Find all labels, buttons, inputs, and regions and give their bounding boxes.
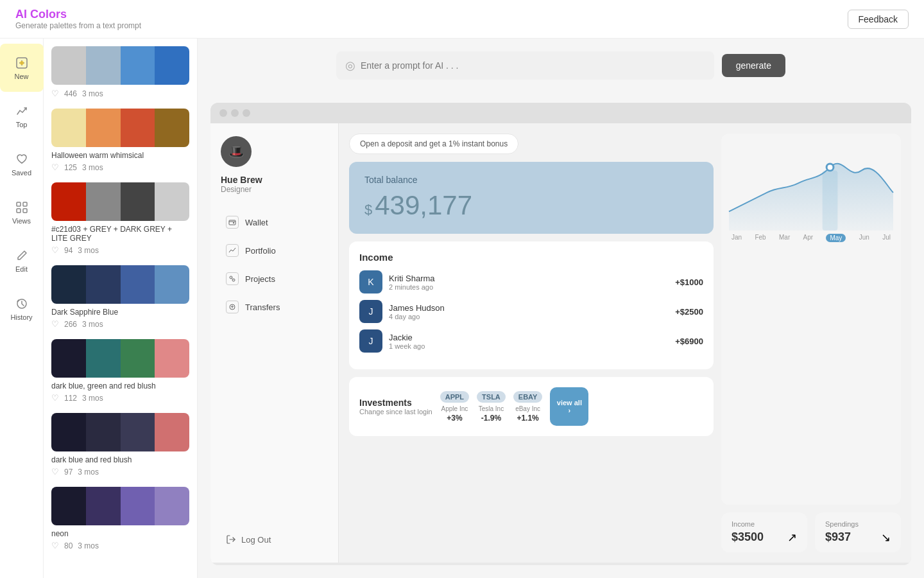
income-info-2: James Hudson 4 day ago — [389, 303, 669, 320]
logout-button[interactable]: Log Out — [221, 529, 328, 550]
transfers-label: Transfers — [245, 302, 280, 312]
palette-meta: ♡ 266 3 mos — [51, 319, 189, 329]
spendings-value: $937 — [825, 530, 851, 543]
palette-swatches — [51, 109, 189, 147]
view-all-button[interactable]: view all › — [550, 387, 588, 426]
month-jul: Jul — [882, 234, 891, 242]
palette-swatches — [51, 339, 189, 378]
palette-swatches — [51, 46, 189, 85]
chevron-right-icon: › — [569, 407, 571, 414]
list-item[interactable]: Dark Sapphire Blue ♡ 266 3 mos — [51, 265, 189, 329]
income-name: Kriti Sharma — [389, 274, 669, 283]
ai-icon: ◎ — [345, 58, 355, 73]
palette-name: #c21d03 + GREY + DARK GREY + LITE GREY — [51, 225, 189, 243]
prompt-input-wrap[interactable]: ◎ — [336, 51, 714, 80]
svg-point-3 — [20, 61, 24, 65]
avatar: 🎩 — [221, 136, 252, 167]
list-item[interactable]: ♡ 446 3 mos — [51, 46, 189, 98]
list-item[interactable]: neon ♡ 80 3 mos — [51, 487, 189, 550]
window-dot-red — [219, 109, 227, 117]
history-icon — [15, 297, 29, 311]
palette-sidebar: ♡ 446 3 mos Halloween warm whimsical ♡ 1… — [44, 39, 198, 578]
palette-name: neon — [51, 529, 189, 538]
swatch — [121, 487, 155, 525]
income-item: J James Hudson 4 day ago +$2500 — [359, 300, 703, 323]
sidebar-item-new[interactable]: New — [0, 44, 44, 92]
nav-item-portfolio[interactable]: Portfolio — [221, 238, 328, 263]
feedback-button[interactable]: Feedback — [848, 10, 909, 29]
chart-dot-inner — [828, 165, 833, 170]
list-item[interactable]: #c21d03 + GREY + DARK GREY + LITE GREY ♡… — [51, 182, 189, 255]
swatch — [155, 46, 189, 85]
income-item: J Jackie 1 week ago +$6900 — [359, 329, 703, 353]
palette-time: 3 mos — [82, 163, 103, 172]
swatch — [155, 487, 189, 525]
month-jun: Jun — [859, 234, 869, 242]
palette-time: 3 mos — [82, 89, 103, 98]
palette-meta: ♡ 125 3 mos — [51, 162, 189, 172]
nav-item-wallet[interactable]: Wallet — [221, 209, 328, 235]
sidebar-item-saved-label: Saved — [12, 169, 31, 177]
app-right-col: Jan Feb Mar Apr May Jun Jul — [721, 134, 901, 552]
stats-row: Income $3500 ↗ Spendings $937 ↘ — [721, 512, 901, 552]
swatch — [51, 46, 86, 85]
sidebar-item-saved[interactable]: Saved — [0, 140, 44, 188]
window-body: 🎩 Hue Brew Designer Wallet Portfolio — [210, 123, 911, 563]
prompt-bar: ◎ generate — [336, 51, 785, 80]
wallet-icon — [226, 216, 239, 229]
palette-swatches — [51, 265, 189, 304]
palette-swatches — [51, 182, 189, 221]
palette-swatches — [51, 487, 189, 525]
chart-months: Jan Feb Mar Apr May Jun Jul — [729, 234, 893, 242]
list-item[interactable]: dark blue, green and red blush ♡ 112 3 m… — [51, 339, 189, 403]
views-icon — [15, 200, 29, 215]
sidebar-item-top[interactable]: Top — [0, 92, 44, 140]
palette-likes: 125 — [64, 163, 77, 172]
transfers-icon — [226, 301, 239, 313]
window-dot-green — [243, 109, 250, 117]
prompt-input[interactable] — [361, 60, 705, 71]
list-item[interactable]: dark blue and red blush ♡ 97 3 mos — [51, 413, 189, 477]
spendings-stat-card: Spendings $937 ↘ — [815, 512, 901, 552]
palette-meta: ♡ 97 3 mos — [51, 467, 189, 477]
month-apr: Apr — [803, 234, 814, 242]
income-name: Jackie — [389, 333, 669, 342]
income-avatar-3: J — [359, 329, 382, 353]
projects-icon — [226, 272, 239, 285]
income-trend-icon: ↗ — [787, 530, 797, 545]
palette-time: 3 mos — [82, 320, 103, 329]
investment-name: Apple Inc — [441, 405, 468, 412]
investments-subtitle: Change since last login — [359, 408, 432, 416]
sidebar-item-history[interactable]: History — [0, 285, 44, 333]
palette-time: 3 mos — [78, 468, 99, 477]
palette-likes: 97 — [64, 468, 73, 477]
chart-card: Jan Feb Mar Apr May Jun Jul — [721, 134, 901, 505]
swatch — [121, 182, 155, 221]
swatch — [51, 339, 86, 378]
heart-icon: ♡ — [51, 541, 59, 550]
swatch — [51, 487, 86, 525]
generate-button[interactable]: generate — [722, 54, 785, 77]
sidebar-item-edit[interactable]: Edit — [0, 236, 44, 285]
heart-icon: ♡ — [51, 89, 59, 98]
view-all-label: view all — [557, 399, 582, 407]
palette-meta: ♡ 112 3 mos — [51, 393, 189, 403]
palette-time: 3 mos — [82, 394, 103, 403]
portfolio-label: Portfolio — [245, 246, 276, 256]
sidebar-item-views[interactable]: Views — [0, 188, 44, 236]
svg-rect-5 — [23, 202, 27, 206]
balance-label: Total balance — [364, 175, 698, 185]
income-item: K Kriti Sharma 2 minutes ago +$1000 — [359, 270, 703, 293]
swatch — [51, 109, 86, 147]
nav-item-transfers[interactable]: Transfers — [221, 294, 328, 320]
palette-likes: 80 — [64, 541, 73, 550]
swatch — [121, 413, 155, 451]
list-item[interactable]: Halloween warm whimsical ♡ 125 3 mos — [51, 109, 189, 172]
nav-item-projects[interactable]: Projects — [221, 266, 328, 292]
income-value: $3500 — [732, 530, 764, 543]
balance-value: 439,177 — [375, 190, 472, 220]
spendings-stat-value: $937 ↘ — [825, 530, 891, 544]
swatch — [155, 339, 189, 378]
ticker-ebay: EBAY — [513, 391, 543, 403]
header: AI Colors Generate palettes from a text … — [0, 0, 924, 39]
